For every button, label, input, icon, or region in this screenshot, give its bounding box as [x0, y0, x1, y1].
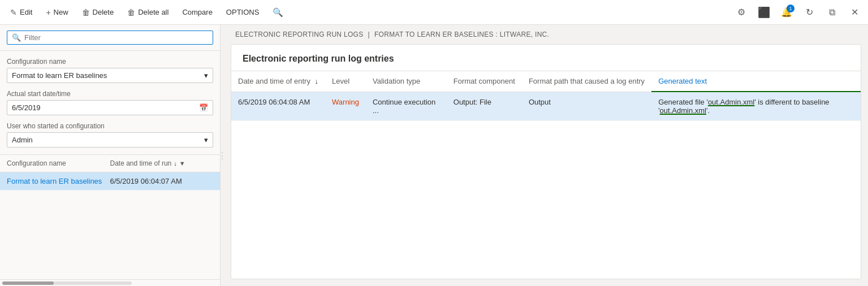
col-format-path-header: Format path that caused a log entry: [522, 71, 651, 92]
left-table-header: Configuration name Date and time of run …: [0, 155, 220, 172]
log-table: Date and time of entry ↓ Level Validatio…: [231, 71, 861, 279]
new-icon: +: [46, 8, 50, 17]
log-table-header-row: Date and time of entry ↓ Level Validatio…: [231, 71, 861, 92]
left-panel: 🔍 Configuration name Format to learn ER …: [0, 25, 221, 286]
cell-validation-type: Continue execution ...: [366, 92, 447, 121]
content-card: Electronic reporting run log entries Dat…: [231, 44, 861, 279]
date-input[interactable]: [12, 103, 199, 112]
office-icon: ⬛: [758, 6, 770, 19]
edit-icon: ✎: [10, 8, 17, 17]
maximize-button[interactable]: ⧉: [823, 3, 841, 21]
filter-fields: Configuration name Format to learn ER ba…: [0, 51, 220, 155]
row-config-name: Format to learn ER baselines: [7, 177, 110, 185]
filter-search-icon: 🔍: [12, 33, 21, 42]
delete-all-icon: 🗑: [127, 8, 135, 17]
breadcrumb-part1: ELECTRONIC REPORTING RUN LOGS: [235, 31, 364, 38]
main-layout: 🔍 Configuration name Format to learn ER …: [0, 25, 868, 286]
new-button[interactable]: + New: [40, 5, 74, 20]
delete-button[interactable]: 🗑 Delete: [76, 5, 120, 20]
log-table-row[interactable]: 6/5/2019 06:04:08 AM Warning Continue ex…: [231, 92, 861, 121]
delete-icon: 🗑: [82, 8, 90, 17]
warning-badge: Warning: [332, 98, 359, 106]
search-toolbar-button[interactable]: 🔍: [267, 4, 289, 21]
user-chevron-icon: ▾: [204, 136, 208, 144]
cell-format-path: Output: [522, 92, 651, 121]
user-field: User who started a configuration Admin ▾: [7, 122, 213, 148]
resize-handle[interactable]: ⋮: [221, 25, 224, 286]
config-name-chevron-icon: ▾: [204, 71, 208, 80]
user-value: Admin: [12, 136, 33, 144]
card-title: Electronic reporting run log entries: [231, 45, 861, 71]
col-sort-icon[interactable]: ↓: [315, 77, 319, 85]
compare-button[interactable]: Compare: [176, 5, 218, 20]
config-name-select[interactable]: Format to learn ER baselines ▾: [7, 68, 213, 83]
date-input-wrap: 📅: [7, 100, 213, 115]
left-col-name-header: Configuration name: [7, 159, 110, 167]
breadcrumb: ELECTRONIC REPORTING RUN LOGS | FORMAT T…: [224, 25, 868, 44]
user-select[interactable]: Admin ▾: [7, 132, 213, 148]
generated-text-link2[interactable]: out.Admin.xml: [660, 106, 706, 115]
close-button[interactable]: ✕: [845, 3, 863, 21]
refresh-icon: ↻: [806, 7, 813, 18]
breadcrumb-separator: |: [368, 31, 370, 38]
row-date-time: 6/5/2019 06:04:07 AM: [110, 177, 214, 185]
left-table-area: Configuration name Date and time of run …: [0, 155, 220, 279]
col-generated-text-header: Generated text: [651, 71, 861, 92]
refresh-button[interactable]: ↻: [800, 3, 818, 21]
generated-text-link1[interactable]: out.Admin.xml: [708, 98, 754, 106]
filter-box: 🔍: [0, 25, 220, 51]
office-icon-btn[interactable]: ⬛: [755, 3, 773, 21]
left-panel-scrollbar[interactable]: [0, 279, 220, 286]
user-label: User who started a configuration: [7, 122, 213, 130]
cell-date-time: 6/5/2019 06:04:08 AM: [231, 92, 325, 121]
settings-icon: ⚙: [737, 7, 745, 18]
generated-text-prefix: Generated file ': [658, 98, 708, 106]
config-name-field: Configuration name Format to learn ER ba…: [7, 58, 213, 83]
breadcrumb-part2: FORMAT TO LEARN ER BASELINES : LITWARE, …: [374, 31, 549, 38]
scroll-thumb: [2, 281, 54, 285]
left-table-row[interactable]: Format to learn ER baselines 6/5/2019 06…: [0, 172, 220, 190]
edit-button[interactable]: ✎ Edit: [5, 5, 38, 20]
cell-generated-text: Generated file 'out.Admin.xml' is differ…: [651, 92, 861, 121]
sort-down-icon[interactable]: ↓: [174, 160, 177, 167]
delete-all-button[interactable]: 🗑 Delete all: [122, 5, 174, 20]
col-level-header: Level: [325, 71, 366, 92]
col-date-time-header: Date and time of entry ↓: [231, 71, 325, 92]
scroll-track: [2, 281, 132, 285]
config-name-value: Format to learn ER baselines: [12, 71, 107, 80]
calendar-icon[interactable]: 📅: [199, 103, 208, 112]
options-button[interactable]: OPTIONS: [221, 5, 265, 20]
cell-level: Warning: [325, 92, 366, 121]
filter-input[interactable]: [24, 33, 208, 42]
close-icon: ✕: [851, 7, 858, 18]
left-col-date-header: Date and time of run ↓ ▼: [110, 159, 214, 167]
notification-badge-count: 1: [787, 5, 794, 12]
col-validation-header: Validation type: [366, 71, 447, 92]
toolbar: ✎ Edit + New 🗑 Delete 🗑 Delete all Compa…: [0, 0, 868, 25]
actual-date-label: Actual start date/time: [7, 90, 213, 98]
col-format-component-header: Format component: [447, 71, 522, 92]
filter-funnel-icon[interactable]: ▼: [179, 160, 185, 167]
cell-format-component: Output: File: [447, 92, 522, 121]
maximize-icon: ⧉: [829, 7, 835, 18]
settings-icon-btn[interactable]: ⚙: [732, 3, 750, 21]
right-panel: ELECTRONIC REPORTING RUN LOGS | FORMAT T…: [224, 25, 868, 286]
config-name-label: Configuration name: [7, 58, 213, 66]
toolbar-right-icons: ⚙ ⬛ 🔔 1 ↻ ⧉ ✕: [732, 3, 863, 21]
filter-input-wrap: 🔍: [7, 31, 213, 45]
notification-btn-wrap: 🔔 1: [778, 3, 796, 21]
actual-date-field: Actual start date/time 📅: [7, 90, 213, 115]
generated-text-suffix: '.: [706, 106, 710, 115]
search-toolbar-icon: 🔍: [273, 7, 283, 18]
